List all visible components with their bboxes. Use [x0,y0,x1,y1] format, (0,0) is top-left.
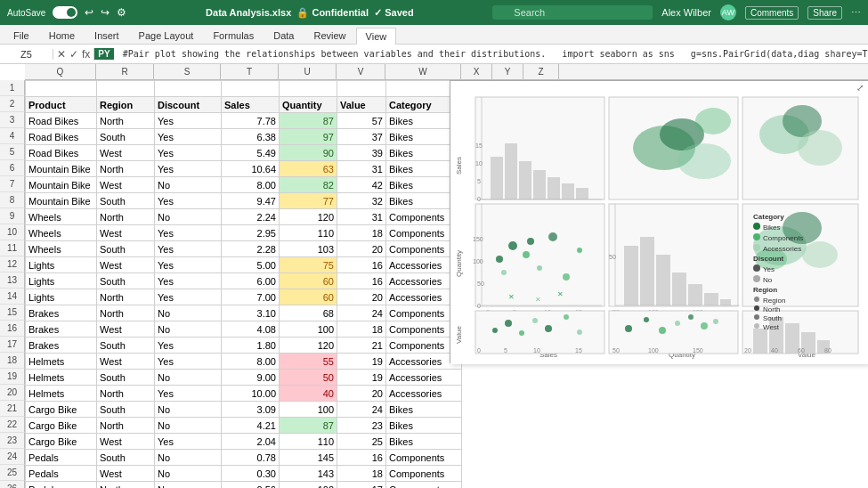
cell-24-4[interactable]: 145 [280,450,337,466]
cell-13-5[interactable]: 16 [337,273,386,289]
cell-9-3[interactable]: 2.24 [222,209,280,225]
cell-6-1[interactable]: North [97,161,155,177]
cell-10-1[interactable]: West [97,225,155,241]
cell-14-2[interactable]: Yes [155,289,222,305]
cell-23-0[interactable]: Cargo Bike [26,434,97,450]
cell-17-2[interactable]: Yes [155,338,222,354]
cell-7-4[interactable]: 82 [280,177,337,193]
cell-17-1[interactable]: South [97,338,155,354]
cell-17-0[interactable]: Brakes [26,338,97,354]
cell-23-4[interactable]: 110 [280,434,337,450]
autosave-toggle[interactable] [53,6,77,19]
cell-20-1[interactable]: North [97,386,155,402]
tab-home[interactable]: Home [39,27,85,44]
cell-13-4[interactable]: 60 [280,273,337,289]
cell-17-4[interactable]: 120 [280,338,337,354]
cell-2-1[interactable]: Region [97,97,155,113]
cell-5-5[interactable]: 39 [337,145,386,161]
cell-20-3[interactable]: 10.00 [222,386,280,402]
insert-function-icon[interactable]: fx [82,48,90,61]
cell-19-0[interactable]: Helmets [26,370,97,386]
cell-24-6[interactable]: Components [386,450,462,466]
cell-9-2[interactable]: No [155,209,222,225]
cell-23-5[interactable]: 25 [337,434,386,450]
cell-1-2[interactable] [155,81,222,97]
cell-18-0[interactable]: Helmets [26,354,97,370]
cell-3-2[interactable]: Yes [155,113,222,129]
cell-20-5[interactable]: 20 [337,386,386,402]
cell-5-3[interactable]: 5.49 [222,145,280,161]
cell-7-5[interactable]: 42 [337,177,386,193]
cell-15-5[interactable]: 24 [337,305,386,321]
cell-24-5[interactable]: 16 [337,450,386,466]
cell-19-2[interactable]: No [155,370,222,386]
cell-5-0[interactable]: Road Bikes [26,145,97,161]
cell-20-0[interactable]: Helmets [26,386,97,402]
cell-16-3[interactable]: 4.08 [222,321,280,338]
cell-14-5[interactable]: 20 [337,289,386,305]
cell-10-2[interactable]: Yes [155,225,222,241]
cell-4-0[interactable]: Road Bikes [26,129,97,145]
cell-2-0[interactable]: Product [26,97,97,113]
cell-8-5[interactable]: 32 [337,193,386,209]
cell-22-0[interactable]: Cargo Bike [26,418,97,434]
cell-2-2[interactable]: Discount [155,97,222,113]
cell-9-0[interactable]: Wheels [26,209,97,225]
cell-26-6[interactable]: Components [386,482,462,489]
cell-3-5[interactable]: 57 [337,113,386,129]
cell-20-2[interactable]: Yes [155,386,222,402]
cell-26-5[interactable]: 17 [337,482,386,489]
cell-13-2[interactable]: Yes [155,273,222,289]
cell-9-1[interactable]: North [97,209,155,225]
cell-11-5[interactable]: 20 [337,241,386,257]
cell-18-3[interactable]: 8.00 [222,354,280,370]
cell-15-1[interactable]: North [97,305,155,321]
cell-8-2[interactable]: Yes [155,193,222,209]
cell-26-3[interactable]: 0.56 [222,482,280,489]
tab-formulas[interactable]: Formulas [203,27,264,44]
cell-10-3[interactable]: 2.95 [222,225,280,241]
undo-icon[interactable]: ↩ [85,6,93,19]
cell-25-5[interactable]: 18 [337,466,386,482]
cell-1-5[interactable] [337,81,386,97]
cell-2-5[interactable]: Value [337,97,386,113]
cell-23-1[interactable]: West [97,434,155,450]
formula-content[interactable]: #Pair plot showing the relationships bet… [118,49,868,59]
cell-16-0[interactable]: Brakes [26,321,97,338]
tab-view[interactable]: View [356,28,397,45]
cell-26-1[interactable]: North [97,482,155,489]
col-header-q[interactable]: Q [25,64,96,79]
cell-11-1[interactable]: South [97,241,155,257]
redo-icon[interactable]: ↪ [101,6,110,19]
cell-11-4[interactable]: 103 [280,241,337,257]
cell-26-4[interactable]: 100 [280,482,337,489]
tab-review[interactable]: Review [304,27,355,44]
cell-7-1[interactable]: West [97,177,155,193]
cell-3-4[interactable]: 87 [280,113,337,129]
cell-6-4[interactable]: 63 [280,161,337,177]
cell-14-0[interactable]: Lights [26,289,97,305]
cell-7-3[interactable]: 8.00 [222,177,280,193]
cell-26-2[interactable]: No [155,482,222,489]
tab-insert[interactable]: Insert [85,27,129,44]
cell-5-1[interactable]: West [97,145,155,161]
cell-2-4[interactable]: Quantity [280,97,337,113]
cell-3-0[interactable]: Road Bikes [26,113,97,129]
col-header-w[interactable]: W [385,64,461,79]
cell-21-5[interactable]: 24 [337,402,386,418]
cell-reference[interactable]: Z5 [0,49,53,60]
cell-22-4[interactable]: 87 [280,418,337,434]
cell-15-2[interactable]: No [155,305,222,321]
cell-25-6[interactable]: Components [386,466,462,482]
cell-11-0[interactable]: Wheels [26,241,97,257]
col-header-u[interactable]: U [279,64,337,79]
cell-16-1[interactable]: West [97,321,155,338]
cell-16-2[interactable]: No [155,321,222,338]
cell-19-5[interactable]: 19 [337,370,386,386]
cell-7-2[interactable]: No [155,177,222,193]
tab-data[interactable]: Data [264,27,304,44]
cell-26-0[interactable]: Pedals [26,482,97,489]
tab-page-layout[interactable]: Page Layout [129,27,204,44]
cell-23-6[interactable]: Bikes [386,434,462,450]
cell-9-5[interactable]: 31 [337,209,386,225]
